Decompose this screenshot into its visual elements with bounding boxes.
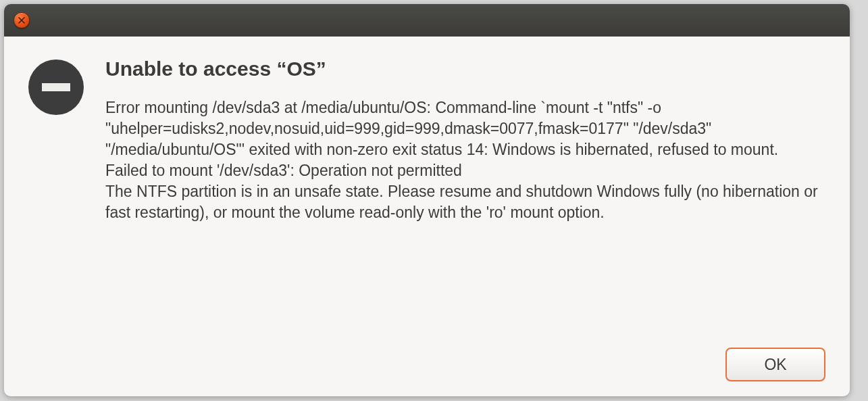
dialog-message: Error mounting /dev/sda3 at /media/ubunt…	[105, 97, 825, 223]
dialog-body: Unable to access “OS” Error mounting /de…	[4, 37, 850, 396]
error-dialog-window: Unable to access “OS” Error mounting /de…	[4, 4, 850, 396]
button-row: OK	[28, 334, 825, 381]
dialog-text-column: Unable to access “OS” Error mounting /de…	[105, 57, 825, 223]
close-icon	[18, 17, 25, 24]
dialog-content: Unable to access “OS” Error mounting /de…	[28, 57, 825, 223]
dialog-title: Unable to access “OS”	[105, 57, 825, 81]
error-icon	[28, 60, 84, 115]
ok-button[interactable]: OK	[725, 348, 825, 381]
titlebar	[4, 4, 850, 37]
error-icon-wrap	[28, 60, 84, 115]
minus-icon	[42, 83, 70, 91]
close-button[interactable]	[14, 12, 30, 28]
